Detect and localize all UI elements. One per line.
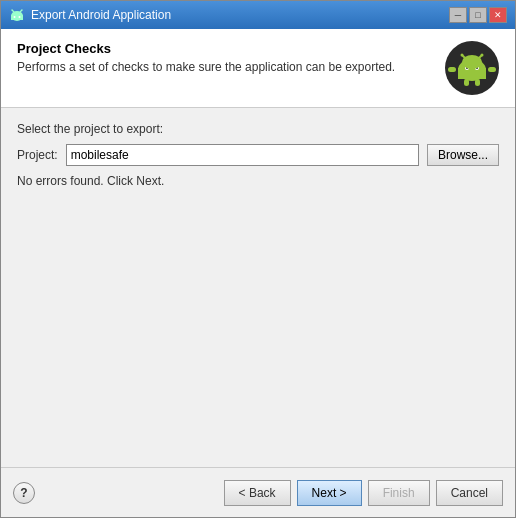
title-bar: Export Android Application ─ □ ✕	[1, 1, 515, 29]
android-title-icon	[9, 7, 25, 23]
svg-rect-19	[458, 75, 486, 79]
section-title: Project Checks	[17, 41, 435, 56]
svg-point-24	[462, 55, 482, 69]
svg-point-3	[19, 16, 21, 18]
back-button[interactable]: < Back	[224, 480, 291, 506]
title-bar-buttons: ─ □ ✕	[449, 7, 507, 23]
svg-point-18	[481, 54, 484, 57]
project-row: Project: Browse...	[17, 144, 499, 166]
help-button[interactable]: ?	[13, 482, 35, 504]
export-dialog: Export Android Application ─ □ ✕ Project…	[0, 0, 516, 518]
svg-rect-22	[464, 79, 469, 86]
body-section: Select the project to export: Project: B…	[1, 108, 515, 467]
svg-rect-21	[488, 67, 496, 72]
header-section: Project Checks Performs a set of checks …	[1, 29, 515, 108]
svg-point-17	[461, 54, 464, 57]
title-bar-left: Export Android Application	[9, 7, 171, 23]
project-input[interactable]	[66, 144, 419, 166]
svg-point-2	[14, 16, 16, 18]
header-text: Project Checks Performs a set of checks …	[17, 41, 435, 74]
svg-rect-1	[11, 15, 23, 20]
svg-point-6	[11, 9, 12, 10]
android-logo	[445, 41, 499, 95]
svg-rect-20	[448, 67, 456, 72]
next-button[interactable]: Next >	[297, 480, 362, 506]
section-description: Performs a set of checks to make sure th…	[17, 60, 435, 74]
status-message: No errors found. Click Next.	[17, 174, 499, 188]
footer-left: ?	[13, 482, 218, 504]
maximize-button[interactable]: □	[469, 7, 487, 23]
select-project-label: Select the project to export:	[17, 122, 499, 136]
minimize-button[interactable]: ─	[449, 7, 467, 23]
cancel-button[interactable]: Cancel	[436, 480, 503, 506]
svg-rect-23	[475, 79, 480, 86]
footer-section: ? < Back Next > Finish Cancel	[1, 467, 515, 517]
content-area: Project Checks Performs a set of checks …	[1, 29, 515, 467]
project-label: Project:	[17, 148, 58, 162]
footer-buttons: < Back Next > Finish Cancel	[224, 480, 503, 506]
close-button[interactable]: ✕	[489, 7, 507, 23]
browse-button[interactable]: Browse...	[427, 144, 499, 166]
dialog-title: Export Android Application	[31, 8, 171, 22]
finish-button[interactable]: Finish	[368, 480, 430, 506]
svg-point-7	[21, 9, 22, 10]
